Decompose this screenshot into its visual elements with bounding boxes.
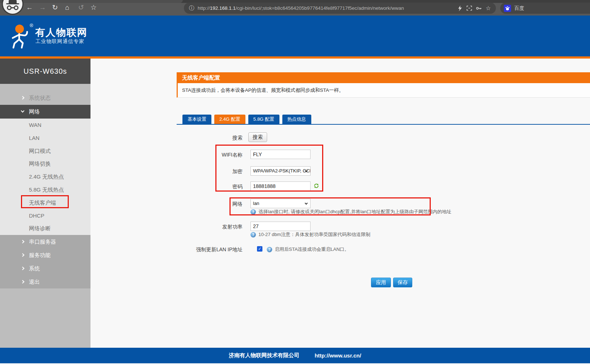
chevron-right-icon — [21, 280, 25, 284]
back-icon[interactable]: ← — [26, 4, 33, 12]
sidebar-group-label: 系统状态 — [29, 91, 51, 105]
chevron-down-icon — [305, 202, 308, 205]
key-icon[interactable] — [476, 6, 482, 11]
tx-power-input[interactable] — [250, 222, 311, 231]
incognito-glasses-icon — [14, 5, 18, 10]
bookmark-star-icon[interactable]: ☆ — [90, 4, 97, 12]
page-info-icon[interactable]: ⓘ — [189, 5, 194, 12]
reload-icon[interactable]: ↻ — [52, 4, 58, 12]
brand-slogan: 工业物联网通信专家 — [35, 38, 84, 45]
sidebar-group-logout[interactable]: 退出 — [0, 275, 90, 288]
wifi-name-input[interactable] — [250, 150, 311, 159]
tab-24g-config[interactable]: 2.4G 配置 — [214, 115, 245, 124]
search-engine-label: 百度 — [514, 5, 524, 12]
tx-power-hint: ? 10-27 dbm注意：具体发射功率受国家代码和信道限制 — [250, 231, 370, 238]
sidebar-group-network[interactable]: 网络 — [0, 105, 90, 119]
encryption-value: WPA/WPA2-PSK(TKIP, CCM — [253, 168, 311, 174]
tab-bar: 基本设置 2.4G 配置 5.8G 配置 热点信息 — [182, 115, 311, 124]
site-header: ® 有人物联网 工业物联网通信专家 — [0, 16, 590, 56]
footer-url[interactable]: http://www.usr.cn/ — [315, 352, 361, 359]
network-label: 网络 — [141, 201, 243, 207]
home-icon[interactable]: ⌂ — [65, 4, 69, 12]
sidebar-group-label: 退出 — [29, 275, 40, 288]
network-value: lan — [253, 201, 259, 206]
sidebar-group-label: 系统 — [29, 262, 40, 275]
save-button[interactable]: 保存 — [393, 278, 412, 287]
brand-name: 有人物联网 — [35, 26, 88, 39]
apply-button[interactable]: 应用 — [371, 278, 391, 287]
registered-mark: ® — [30, 23, 33, 28]
chevron-right-icon — [21, 253, 25, 257]
bookmark-page-icon[interactable]: ☆ — [486, 5, 491, 11]
sidebar-item-dhcp[interactable]: DHCP — [0, 209, 90, 222]
page-footer: 济南有人物联网技术有限公司 http://www.usr.cn/ — [0, 348, 590, 363]
url-host: 192.168.1.1 — [210, 5, 236, 11]
network-hint-text: 选择lan接口时, 请修改或关闭lan口dhcp配置,并将lan口地址配置为上级… — [258, 209, 451, 215]
incognito-avatar-icon[interactable] — [3, 0, 22, 14]
help-icon: ? — [250, 209, 256, 215]
force-lan-label: 强制更新LAN IP地址 — [141, 247, 243, 253]
password-label: 密码 — [141, 184, 243, 190]
sidebar-item-wan[interactable]: WAN — [0, 119, 90, 132]
force-lan-checkbox[interactable]: ✓ — [257, 246, 262, 252]
baidu-logo-icon — [504, 5, 511, 12]
help-icon: ? — [250, 232, 256, 237]
sidebar-item-network-switch[interactable]: 网络切换 — [0, 157, 90, 170]
chevron-right-icon — [21, 240, 25, 244]
sidebar-group-label: 服务功能 — [29, 248, 51, 262]
sidebar-item-lan[interactable]: LAN — [0, 132, 90, 145]
forward-icon[interactable]: → — [39, 4, 46, 12]
incognito-hat-brim-icon — [6, 3, 19, 4]
refresh-password-icon[interactable] — [313, 183, 319, 189]
page-description: STA连接成功后，会将本设备AP的信道、频宽和模式都同步成和STA一样。 — [177, 83, 590, 98]
sidebar-group-label: 串口服务器 — [29, 235, 56, 248]
encryption-label: 加密 — [141, 168, 243, 175]
tx-power-label: 发射功率 — [141, 224, 243, 230]
device-name: USR-W630s — [0, 59, 90, 84]
page-title: 无线客户端配置 — [177, 72, 590, 83]
tab-hotspot-info[interactable]: 热点信息 — [282, 115, 311, 124]
network-submenu: WAN LAN 网口模式 网络切换 2.4G 无线热点 5.8G 无线热点 无线… — [0, 119, 90, 235]
browser-search-box[interactable]: 百度 — [500, 3, 590, 14]
sidebar-group-system-status[interactable]: 系统状态 — [0, 91, 90, 105]
tab-underline — [177, 124, 590, 125]
help-icon: ? — [267, 247, 272, 252]
sidebar-group-service[interactable]: 服务功能 — [0, 248, 90, 262]
wifi-name-label: WIFI名称 — [141, 152, 243, 158]
sidebar-item-network-diagnosis[interactable]: 网络诊断 — [0, 222, 90, 235]
url-scheme: http:// — [198, 5, 210, 11]
sidebar-item-24g-hotspot[interactable]: 2.4G 无线热点 — [0, 170, 90, 183]
chevron-right-icon — [21, 96, 25, 100]
tab-58g-config[interactable]: 5.8G 配置 — [248, 115, 279, 124]
sidebar-item-58g-hotspot[interactable]: 5.8G 无线热点 — [0, 183, 90, 196]
url-text: http://192.168.1.1/cgi-bin/luci/;stok=b8… — [198, 5, 404, 11]
tab-basic-settings[interactable]: 基本设置 — [182, 115, 211, 124]
address-bar[interactable]: ⓘ http://192.168.1.1/cgi-bin/luci/;stok=… — [184, 3, 496, 14]
sidebar-group-label: 网络 — [29, 105, 40, 119]
browser-active-tab[interactable] — [0, 0, 183, 3]
usr-logo-icon — [8, 24, 32, 49]
url-path: /cgi-bin/luci/;stok=b8c64564205b9776414f… — [236, 5, 404, 11]
encryption-select[interactable]: WPA/WPA2-PSK(TKIP, CCM — [250, 166, 311, 176]
force-lan-hint-text: 启用后STA连接成功会重启LAN口。 — [275, 246, 349, 253]
chevron-right-icon — [21, 267, 25, 270]
incognito-glasses-bridge-icon — [11, 7, 14, 8]
sidebar: USR-W630s 系统状态 网络 WAN LAN 网口模式 网络切换 2.4G… — [0, 59, 90, 348]
undo-icon[interactable]: ↺ — [78, 4, 84, 12]
sidebar-group-serial-server[interactable]: 串口服务器 — [0, 235, 90, 248]
sidebar-item-wireless-client[interactable]: 无线客户端 — [0, 196, 90, 209]
footer-company: 济南有人物联网技术有限公司 — [229, 352, 299, 359]
password-input[interactable] — [250, 181, 311, 191]
network-select[interactable]: lan — [250, 199, 311, 208]
search-button[interactable]: 搜索 — [248, 132, 267, 142]
screenshot-frame-icon[interactable] — [467, 5, 472, 11]
sidebar-group-system[interactable]: 系统 — [0, 262, 90, 275]
search-label: 搜索 — [141, 135, 243, 141]
tx-power-hint-text: 10-27 dbm注意：具体发射功率受国家代码和信道限制 — [258, 231, 370, 238]
browser-chrome: ← → ↻ ⌂ ↺ ☆ ⓘ http://192.168.1.1/cgi-bin… — [0, 0, 590, 16]
sidebar-item-port-mode[interactable]: 网口模式 — [0, 145, 90, 158]
force-lan-hint: ? 启用后STA连接成功会重启LAN口。 — [267, 246, 349, 253]
chevron-down-icon — [21, 109, 25, 113]
network-hint: ? 选择lan接口时, 请修改或关闭lan口dhcp配置,并将lan口地址配置为… — [250, 209, 451, 215]
lightning-icon[interactable] — [458, 5, 463, 11]
